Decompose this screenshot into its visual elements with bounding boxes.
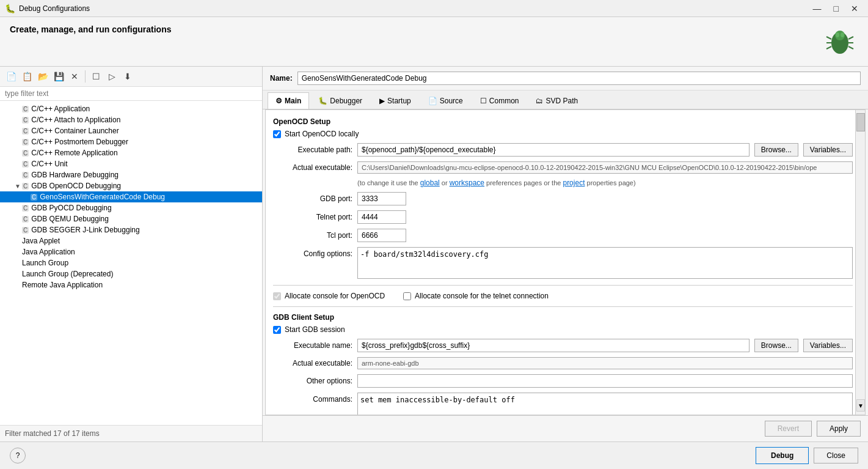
tree-item-cpp-unit[interactable]: C C/C++ Unit: [0, 158, 262, 169]
tree-item-genocd[interactable]: C GenoSensWithGeneratedCode Debug: [0, 191, 262, 202]
svg-point-9: [841, 32, 844, 37]
common-tab-label: Common: [489, 97, 519, 105]
tab-main[interactable]: ⚙ Main: [268, 92, 309, 109]
bug-logo-icon: [825, 28, 855, 57]
tab-startup[interactable]: ▶ Startup: [371, 92, 419, 109]
gdb-port-row: GDB port:: [273, 192, 853, 205]
executable-name-input[interactable]: [357, 339, 749, 352]
tree-item-java-app[interactable]: Java Application: [0, 246, 262, 257]
collapse-button[interactable]: ☐: [89, 69, 103, 84]
executable-path-row: Executable path: Browse... Variables...: [273, 143, 853, 157]
tree-view: C C/C++ Application C C/C++ Attach to Ap…: [0, 101, 262, 425]
start-gdb-checkbox[interactable]: [273, 326, 281, 334]
c-icon-selected: C: [31, 194, 37, 201]
tab-debugger[interactable]: 🐛 Debugger: [310, 92, 370, 109]
tree-label: GDB OpenOCD Debugging: [31, 182, 121, 190]
svg-line-4: [826, 46, 831, 49]
tree-item-gdb-openocd[interactable]: ▼ C GDB OpenOCD Debugging: [0, 180, 262, 191]
executable-name-label: Executable name:: [273, 341, 352, 350]
tree-item-cpp-app[interactable]: C C/C++ Application: [0, 103, 262, 114]
tree-label: C/C++ Attach to Application: [31, 116, 120, 124]
debug-button[interactable]: Debug: [756, 447, 809, 464]
project-link[interactable]: project: [563, 179, 585, 187]
source-tab-icon: 📄: [428, 97, 437, 105]
start-gdb-label: Start GDB session: [285, 325, 345, 334]
import-button[interactable]: 📂: [35, 69, 50, 84]
scrollbar-arrow-down[interactable]: ▼: [856, 399, 865, 412]
tree-label: C/C++ Container Launcher: [31, 127, 119, 135]
tree-item-cpp-postmortem[interactable]: C C/C++ Postmortem Debugger: [0, 136, 262, 147]
divider-1: [273, 285, 853, 286]
svdpath-tab-label: SVD Path: [545, 97, 578, 105]
tab-content-main: OpenOCD Setup Start OpenOCD locally Exec…: [265, 109, 866, 415]
c-icon: C: [22, 183, 29, 190]
delete-button[interactable]: ✕: [67, 69, 82, 84]
tab-common[interactable]: ☐ Common: [472, 92, 527, 109]
start-openocd-checkbox[interactable]: [273, 130, 281, 138]
name-row: Name:: [263, 67, 868, 90]
c-icon: C: [22, 106, 29, 113]
dialog-header: Create, manage, and run configurations: [0, 17, 868, 66]
tree-item-gdb-hardware[interactable]: C GDB Hardware Debugging: [0, 169, 262, 180]
more-button[interactable]: ⬇: [120, 69, 135, 84]
tcl-port-input[interactable]: [357, 229, 406, 242]
global-link[interactable]: global: [420, 179, 440, 187]
tree-item-cpp-remote[interactable]: C C/C++ Remote Application: [0, 147, 262, 158]
allocate-telnet-checkbox[interactable]: [403, 292, 411, 300]
tree-label: Java Applet: [22, 237, 60, 245]
toggle-expand[interactable]: ▼: [13, 183, 22, 190]
tree-item-gdb-pyocd[interactable]: C GDB PyOCD Debugging: [0, 202, 262, 213]
other-options-input[interactable]: [357, 374, 853, 388]
revert-button[interactable]: Revert: [765, 421, 812, 437]
scrollbar[interactable]: ▼: [855, 110, 865, 415]
startup-tab-icon: ▶: [379, 97, 385, 105]
maximize-button[interactable]: □: [829, 4, 844, 13]
name-input[interactable]: [297, 72, 861, 85]
tree-label: Launch Group (Deprecated): [22, 270, 113, 278]
tree-item-java-applet[interactable]: Java Applet: [0, 235, 262, 246]
variables-executable-button[interactable]: Variables...: [803, 143, 853, 157]
tree-label: GDB PyOCD Debugging: [31, 204, 111, 212]
start-openocd-label: Start OpenOCD locally: [285, 130, 359, 138]
new-config-button[interactable]: 📄: [4, 69, 18, 84]
gdb-port-input[interactable]: [357, 192, 406, 205]
tab-source[interactable]: 📄 Source: [420, 92, 471, 109]
apply-button[interactable]: Apply: [817, 421, 861, 437]
filter-input[interactable]: [0, 87, 262, 101]
help-button[interactable]: ?: [10, 448, 26, 463]
close-button[interactable]: ✕: [846, 4, 863, 13]
browse-gdb-button[interactable]: Browse...: [754, 339, 798, 352]
tree-item-remote-java[interactable]: Remote Java Application: [0, 279, 262, 290]
allocate-openocd-checkbox[interactable]: [273, 292, 281, 300]
config-options-textarea[interactable]: -f board/stm32l4discovery.cfg: [357, 247, 853, 279]
close-dialog-button[interactable]: Close: [814, 448, 858, 463]
export-button[interactable]: 💾: [51, 69, 66, 84]
common-tab-icon: ☐: [480, 97, 487, 105]
workspace-link[interactable]: workspace: [450, 179, 484, 187]
filter-button[interactable]: ▷: [104, 69, 119, 84]
minimize-button[interactable]: —: [808, 4, 826, 13]
tree-item-launch-group[interactable]: Launch Group: [0, 257, 262, 268]
svg-line-2: [826, 37, 831, 39]
scrollbar-thumb[interactable]: [856, 113, 865, 131]
tree-item-cpp-container[interactable]: C C/C++ Container Launcher: [0, 125, 262, 136]
duplicate-button[interactable]: 📋: [20, 69, 34, 84]
filter-match-text: Filter matched 17 of 17 items: [5, 429, 100, 438]
tree-item-gdb-segger[interactable]: C GDB SEGGER J-Link Debugging: [0, 224, 262, 235]
tree-item-cpp-attach[interactable]: C C/C++ Attach to Application: [0, 114, 262, 125]
telnet-port-input[interactable]: [357, 210, 406, 224]
other-options-row: Other options:: [273, 374, 853, 388]
svg-line-5: [848, 37, 853, 39]
browse-executable-button[interactable]: Browse...: [754, 143, 798, 157]
allocate-row: Allocate console for OpenOCD Allocate co…: [273, 292, 853, 300]
tab-svd-path[interactable]: 🗂 SVD Path: [528, 92, 586, 109]
source-tab-label: Source: [440, 97, 463, 105]
tree-item-launch-group-dep[interactable]: Launch Group (Deprecated): [0, 268, 262, 279]
executable-path-input[interactable]: [357, 143, 749, 157]
tree-label: C/C++ Application: [31, 105, 90, 113]
tree-item-gdb-qemu[interactable]: C GDB QEMU Debugging: [0, 213, 262, 224]
commands-textarea[interactable]: set mem inaccessible-by-default off: [357, 393, 853, 415]
variables-gdb-button[interactable]: Variables...: [803, 339, 853, 352]
tree-label: GDB SEGGER J-Link Debugging: [31, 226, 139, 234]
start-openocd-row: Start OpenOCD locally: [273, 130, 853, 138]
